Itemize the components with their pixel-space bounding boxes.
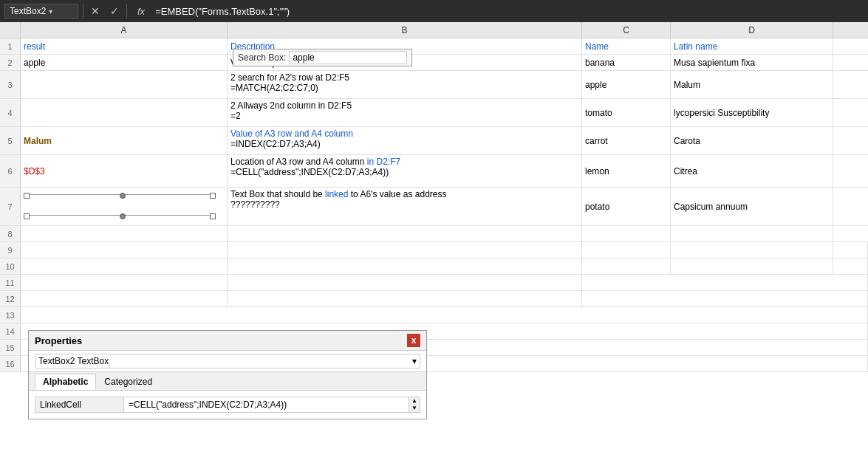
confirm-icon[interactable]: ✓ [107,4,122,18]
cell-f13[interactable] [21,307,868,323]
row-num: 5 [0,127,21,154]
cell-c10[interactable] [582,258,671,274]
properties-title: Properties [35,335,82,346]
cell-a1[interactable]: result [21,38,228,54]
cell-b7-line2: ?????????? [230,199,280,210]
cell-e3[interactable] [833,71,868,98]
cell-a3[interactable] [21,71,228,98]
row-num: 7 [0,188,21,225]
tab-alphabetic[interactable]: Alphabetic [35,374,96,390]
cell-d6[interactable]: Citrea [671,155,833,187]
cell-name-dropdown-icon[interactable]: ▾ [49,7,52,16]
cell-a5[interactable]: Malum [21,127,228,154]
cell-b4-line2: =2 [230,111,241,121]
cell-f12[interactable] [582,291,868,306]
cell-c8[interactable] [582,226,671,241]
row-num: 11 [0,275,21,290]
row-num: 16 [0,356,21,371]
cell-a2[interactable]: apple [21,55,228,70]
search-input[interactable] [289,51,407,64]
spin-down-button[interactable]: ▼ [409,405,420,412]
cell-c1[interactable]: Name [582,38,671,54]
col-header-d[interactable]: D [671,22,833,38]
cancel-icon[interactable]: ✕ [88,4,103,18]
cell-e8[interactable] [833,226,868,241]
cell-b6-line1: Location of A3 row and A4 column in D2:F… [230,157,400,167]
cell-a11[interactable] [21,275,228,290]
cell-b6[interactable]: Location of A3 row and A4 column in D2:F… [228,155,582,187]
prop-value-linkedcell[interactable] [124,397,409,412]
cell-b5[interactable]: Value of A3 row and A4 column =INDEX(C2:… [228,127,582,154]
row-num: 4 [0,99,21,126]
table-row: 11 [0,275,868,291]
cell-b9[interactable] [228,242,582,258]
properties-content: LinkedCell ▲ ▼ [29,391,426,419]
cell-d4[interactable]: lycopersici Susceptibility [671,99,833,126]
cell-d8[interactable] [671,226,833,241]
cell-e5[interactable] [833,127,868,154]
table-row: 9 [0,242,868,258]
col-header-c[interactable]: C [582,22,671,38]
cell-b11[interactable] [228,275,582,290]
tab-categorized[interactable]: Categorized [96,374,160,390]
search-box-widget: Search Box: [233,49,412,66]
cell-d1[interactable]: Latin name [671,38,833,54]
cell-a9[interactable] [21,242,228,258]
cell-b8[interactable] [228,226,582,241]
row-num-header [0,22,21,38]
cell-c6[interactable]: lemon [582,155,671,187]
cell-c9[interactable] [582,242,671,258]
cell-a4[interactable] [21,99,228,126]
properties-panel: Properties x TextBox2 TextBox ▾ Alphabet… [28,330,427,419]
cell-f9[interactable] [833,242,868,258]
cell-a8[interactable] [21,226,228,241]
formula-input[interactable] [155,6,864,17]
cell-f10[interactable] [833,258,868,274]
cell-f11[interactable] [582,275,868,290]
cell-b12[interactable] [228,291,582,306]
divider2 [126,4,127,18]
col-header-a[interactable]: A [21,22,228,38]
row-num: 2 [0,55,21,70]
table-row: 10 [0,258,868,275]
cell-a10[interactable] [21,258,228,274]
cell-c4[interactable]: tomato [582,99,671,126]
prop-row-linkedcell: LinkedCell ▲ ▼ [35,397,420,413]
cell-d3[interactable]: Malum [671,71,833,98]
prop-spinner: ▲ ▼ [409,397,420,412]
row-num: 13 [0,307,21,323]
cell-c5[interactable]: carrot [582,127,671,154]
cell-e1[interactable] [833,38,868,54]
properties-close-button[interactable]: x [407,334,420,347]
table-row: 6 $D$3 Location of A3 row and A4 column … [0,155,868,188]
col-header-b[interactable]: B [228,22,582,38]
row-num: 10 [0,258,21,274]
cell-a7[interactable] [21,188,228,225]
table-row: 1 result Description Name Latin name [0,38,868,55]
cell-c3[interactable]: apple [582,71,671,98]
cell-name-box[interactable]: TextBox2 ▾ [4,4,78,18]
cell-e7[interactable] [833,188,868,225]
control-dropdown[interactable]: TextBox2 TextBox ▾ [35,354,420,369]
cell-d9[interactable] [671,242,833,258]
grid-container: A B C D E F Search Box: 1 result Descrip… [0,22,868,449]
cell-d10[interactable] [671,258,833,274]
cell-e2[interactable] [833,55,868,70]
spin-up-button[interactable]: ▲ [409,397,420,405]
table-row: 2 apple Value of top TextBox banana Musa… [0,55,868,71]
cell-d7[interactable]: Capsicum annuum [671,188,833,225]
cell-d2[interactable]: Musa sapientum fixa [671,55,833,70]
cell-c2[interactable]: banana [582,55,671,70]
cell-a12[interactable] [21,291,228,306]
cell-e6[interactable] [833,155,868,187]
cell-a6[interactable]: $D$3 [21,155,228,187]
cell-c7[interactable]: potato [582,188,671,225]
col-header-e[interactable]: E [833,22,868,38]
cell-b4[interactable]: 2 Allways 2nd column in D2:F5 =2 [228,99,582,126]
row-num: 14 [0,323,21,339]
cell-b10[interactable] [228,258,582,274]
cell-b3[interactable]: 2 search for A2's row at D2:F5 =MATCH(A2… [228,71,582,98]
cell-d5[interactable]: Carota [671,127,833,154]
cell-b7[interactable]: Text Box that should be linked to A6's v… [228,188,582,225]
cell-e4[interactable] [833,99,868,126]
